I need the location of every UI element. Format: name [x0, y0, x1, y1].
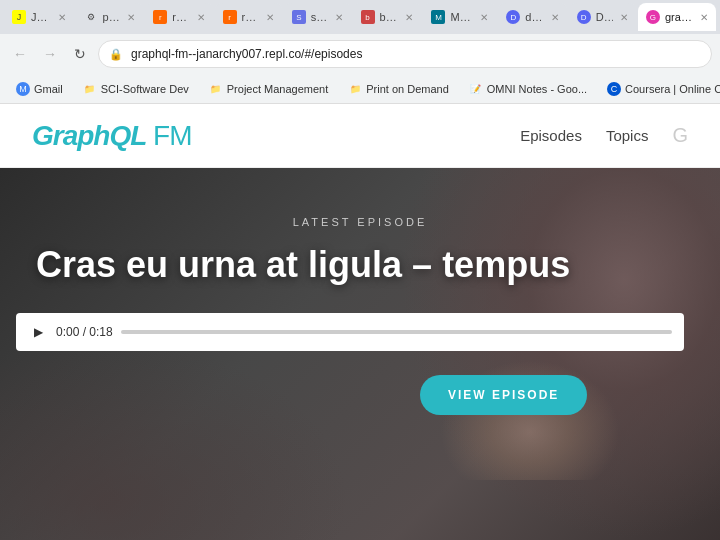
bookmark-favicon-pm: 📁: [209, 82, 223, 96]
tab-close-strip[interactable]: ✕: [335, 12, 343, 23]
bookmark-favicon-gmail: M: [16, 82, 30, 96]
bookmark-label-coursera: Coursera | Online C...: [625, 83, 720, 95]
hero-person-left: [0, 340, 350, 540]
tab-repl1[interactable]: r repl. ✕: [145, 3, 212, 31]
address-input[interactable]: 🔒 graphql-fm--janarchy007.repl.co/#/epis…: [98, 40, 712, 68]
tab-label-port: port!: [103, 11, 121, 23]
tab-port[interactable]: ⚙ port! ✕: [76, 3, 144, 31]
tab-close-repl2[interactable]: ✕: [266, 12, 274, 23]
bookmark-favicon-omni: 📝: [469, 82, 483, 96]
tab-label-jana: Jana: [31, 11, 51, 23]
tab-favicon-disc2: D: [577, 10, 591, 24]
site-nav-links: Episodes Topics G: [520, 124, 688, 147]
tab-jana[interactable]: J Jana ✕: [4, 3, 74, 31]
tab-favicon-jana: J: [12, 10, 26, 24]
back-button[interactable]: ←: [8, 42, 32, 66]
bookmark-gmail[interactable]: M Gmail: [8, 80, 71, 98]
tab-label-repl1: repl.: [172, 11, 189, 23]
tab-favicon-repl1: r: [153, 10, 167, 24]
view-episode-button[interactable]: VIEW EPISODE: [420, 375, 587, 415]
nav-topics[interactable]: Topics: [606, 127, 649, 144]
tab-close-brick[interactable]: ✕: [405, 12, 413, 23]
address-bar: ← → ↻ 🔒 graphql-fm--janarchy007.repl.co/…: [0, 34, 720, 74]
tab-disc2[interactable]: D Disc ✕: [569, 3, 636, 31]
tab-favicon-mysql: M: [431, 10, 445, 24]
site-logo-fm: FM: [146, 120, 191, 151]
latest-episode-badge: LATEST EPISODE: [36, 216, 684, 228]
nav-episodes[interactable]: Episodes: [520, 127, 582, 144]
browser-chrome: J Jana ✕ ⚙ port! ✕ r repl. ✕ r repl. ✕ S…: [0, 0, 720, 104]
tab-close-repl1[interactable]: ✕: [197, 12, 205, 23]
site-logo: GraphQL FM: [32, 120, 192, 152]
website-content: GraphQL FM Episodes Topics G LATEST EPIS…: [0, 104, 720, 540]
tab-close-jana[interactable]: ✕: [58, 12, 66, 23]
tab-favicon-graph: G: [646, 10, 660, 24]
tab-label-mysql: MySc: [450, 11, 473, 23]
bookmark-pm[interactable]: 📁 Project Management: [201, 80, 337, 98]
tab-favicon-strip: S: [292, 10, 306, 24]
play-button[interactable]: ▶: [28, 322, 48, 342]
bookmark-label-pm: Project Management: [227, 83, 329, 95]
bookmark-sci[interactable]: 📁 SCI-Software Dev: [75, 80, 197, 98]
audio-progress-track[interactable]: [121, 330, 672, 334]
bookmark-favicon-pod: 📁: [348, 82, 362, 96]
tab-strip[interactable]: S strip ✕: [284, 3, 351, 31]
tab-label-graph: grap…: [665, 11, 693, 23]
tab-favicon-brick: b: [361, 10, 375, 24]
tab-close-graph[interactable]: ✕: [700, 12, 708, 23]
audio-player[interactable]: ▶ 0:00 / 0:18: [16, 313, 684, 351]
tab-brick[interactable]: b brick ✕: [353, 3, 422, 31]
tab-close-mysql[interactable]: ✕: [480, 12, 488, 23]
tab-favicon-port: ⚙: [84, 10, 98, 24]
site-logo-graphql: GraphQL: [32, 120, 146, 151]
nav-more[interactable]: G: [672, 124, 688, 147]
hero-section: LATEST EPISODE Cras eu urna at ligula – …: [0, 168, 720, 540]
tab-bar: J Jana ✕ ⚙ port! ✕ r repl. ✕ r repl. ✕ S…: [0, 0, 720, 34]
site-navbar: GraphQL FM Episodes Topics G: [0, 104, 720, 168]
tab-label-disc2: Disc: [596, 11, 613, 23]
bookmark-label-sci: SCI-Software Dev: [101, 83, 189, 95]
address-text: graphql-fm--janarchy007.repl.co/#/episod…: [127, 47, 362, 61]
tab-graph[interactable]: G grap… ✕: [638, 3, 716, 31]
hero-content: LATEST EPISODE Cras eu urna at ligula – …: [0, 168, 720, 285]
bookmark-label-omni: OMNI Notes - Goo...: [487, 83, 587, 95]
bookmark-favicon-coursera: C: [607, 82, 621, 96]
tab-mysql[interactable]: M MySc ✕: [423, 3, 496, 31]
tab-repl2[interactable]: r repl. ✕: [215, 3, 282, 31]
tab-close-disc1[interactable]: ✕: [551, 12, 559, 23]
bookmark-label-gmail: Gmail: [34, 83, 63, 95]
bookmark-favicon-sci: 📁: [83, 82, 97, 96]
episode-title: Cras eu urna at ligula – tempus: [36, 244, 684, 285]
tab-label-strip: strip: [311, 11, 328, 23]
reload-button[interactable]: ↻: [68, 42, 92, 66]
bookmark-label-pod: Print on Demand: [366, 83, 449, 95]
tab-close-port[interactable]: ✕: [127, 12, 135, 23]
tab-label-brick: brick: [380, 11, 399, 23]
tab-close-disc2[interactable]: ✕: [620, 12, 628, 23]
forward-button[interactable]: →: [38, 42, 62, 66]
tab-favicon-repl2: r: [223, 10, 237, 24]
tab-label-repl2: repl.: [242, 11, 259, 23]
bookmark-coursera[interactable]: C Coursera | Online C...: [599, 80, 720, 98]
time-display: 0:00 / 0:18: [56, 325, 113, 339]
tab-label-disc1: disc.: [525, 11, 543, 23]
tab-disc1[interactable]: D disc. ✕: [498, 3, 566, 31]
lock-icon: 🔒: [109, 48, 123, 61]
tab-favicon-disc1: D: [506, 10, 520, 24]
bookmark-pod[interactable]: 📁 Print on Demand: [340, 80, 457, 98]
bookmarks-bar: M Gmail 📁 SCI-Software Dev 📁 Project Man…: [0, 74, 720, 104]
bookmark-omni[interactable]: 📝 OMNI Notes - Goo...: [461, 80, 595, 98]
